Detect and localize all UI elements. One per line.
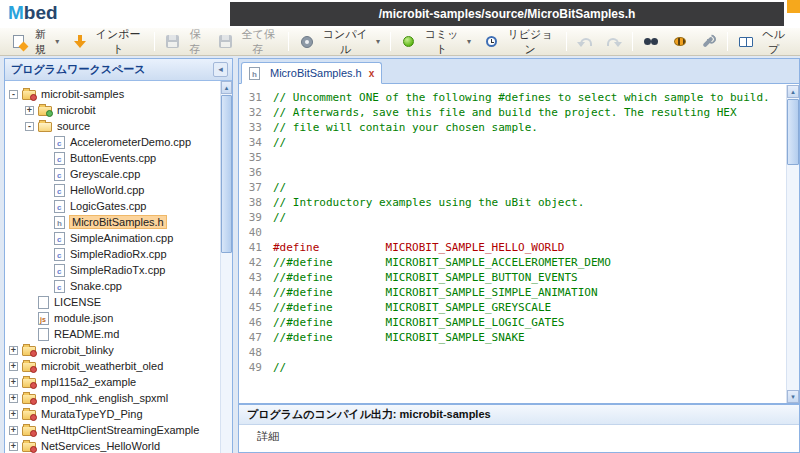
compile-gear-icon	[299, 34, 315, 50]
sidebar-scrollbar[interactable]: ▴	[220, 81, 232, 453]
save-button[interactable]: 保存	[159, 24, 211, 60]
code-line: 37//	[239, 180, 799, 195]
scrollbar-thumb[interactable]	[787, 99, 799, 165]
import-button[interactable]: インポート	[66, 24, 150, 60]
tree-item[interactable]: README.md	[5, 326, 220, 342]
line-number: 47	[239, 330, 269, 345]
expand-icon[interactable]: +	[9, 378, 18, 387]
tree-item-label: microbit_blinky	[41, 344, 114, 356]
mbed-logo[interactable]: Mbed	[8, 2, 58, 24]
tree-item[interactable]: AccelerometerDemo.cpp	[5, 134, 220, 150]
scroll-up-arrow[interactable]: ▴	[221, 81, 232, 94]
toolbar: 新規 ▾ インポート 保存 全て保存 コンパイル ▾ コミット ▾	[0, 28, 800, 56]
tree-item[interactable]: module.json	[5, 310, 220, 326]
cpp-icon	[54, 264, 65, 277]
collapse-icon[interactable]: -	[25, 122, 34, 131]
code-text	[269, 165, 273, 180]
find-button[interactable]	[637, 31, 665, 53]
output-details-tab[interactable]: 詳細	[257, 429, 279, 444]
code-line: 39//	[239, 210, 799, 225]
help-book-icon	[738, 34, 754, 50]
code-text: // file will contain your chosen sample.	[269, 120, 538, 135]
expand-icon[interactable]: +	[9, 346, 18, 355]
file-icon	[38, 296, 49, 309]
revision-button[interactable]: リビジョン	[478, 24, 562, 60]
tree-item-label: ButtonEvents.cpp	[70, 152, 156, 164]
import-icon	[72, 34, 88, 50]
tree-item[interactable]: SimpleRadioTx.cpp	[5, 262, 220, 278]
tree-item[interactable]: +NetHttpClientStreamingExample	[5, 422, 220, 438]
editor-scrollbar[interactable]: ▴ ▾	[786, 85, 799, 403]
line-number: 48	[239, 345, 269, 360]
folder-open-icon	[38, 122, 52, 132]
expand-icon[interactable]: +	[9, 410, 18, 419]
new-button[interactable]: 新規 ▾	[5, 24, 65, 60]
chevron-down-icon: ▾	[55, 37, 59, 46]
expand-icon[interactable]: +	[9, 426, 18, 435]
tree-item[interactable]: +microbit_blinky	[5, 342, 220, 358]
file-icon	[38, 328, 49, 341]
code-line: 34//	[239, 135, 799, 150]
tree-item[interactable]: +mpod_nhk_english_spxml	[5, 390, 220, 406]
code-editor[interactable]: 31// Uncomment ONE of the following #def…	[238, 84, 800, 404]
expand-icon[interactable]: +	[25, 106, 34, 115]
tree-item[interactable]: MicroBitSamples.h	[5, 214, 220, 230]
tree-item[interactable]: +mpl115a2_example	[5, 374, 220, 390]
tree-item[interactable]: +microbit	[5, 102, 220, 118]
compile-output-header: プログラムのコンパイル出力: microbit-samples	[239, 405, 799, 425]
tree-item[interactable]: -source	[5, 118, 220, 134]
file-tree: -microbit-samples+microbit-sourceAcceler…	[5, 81, 220, 453]
tree-item[interactable]: -microbit-samples	[5, 86, 220, 102]
tree-item[interactable]: Greyscale.cpp	[5, 166, 220, 182]
collapse-sidebar-button[interactable]: ◂	[213, 62, 228, 77]
program-icon	[22, 442, 36, 452]
tree-item[interactable]: LICENSE	[5, 294, 220, 310]
tree-item-label: source	[57, 120, 90, 132]
program-icon	[22, 362, 36, 372]
line-number: 49	[239, 360, 269, 375]
save-all-icon	[218, 34, 234, 50]
compile-button[interactable]: コンパイル ▾	[293, 24, 386, 60]
scrollbar-thumb[interactable]	[221, 95, 232, 253]
redo-button[interactable]	[600, 31, 628, 53]
expand-icon[interactable]: +	[9, 362, 18, 371]
toolbar-separator	[288, 32, 289, 51]
expand-icon[interactable]: +	[9, 442, 18, 451]
tree-item[interactable]: LogicGates.cpp	[5, 198, 220, 214]
code-line: 46//#define MICROBIT_SAMPLE_LOGIC_GATES	[239, 315, 799, 330]
expand-icon[interactable]: +	[9, 394, 18, 403]
line-number: 44	[239, 285, 269, 300]
commit-button[interactable]: コミット ▾	[395, 24, 477, 60]
tree-item[interactable]: ButtonEvents.cpp	[5, 150, 220, 166]
tree-item[interactable]: +microbit_weatherbit_oled	[5, 358, 220, 374]
format-button[interactable]	[666, 31, 694, 53]
code-line: 44//#define MICROBIT_SAMPLE_SIMPLE_ANIMA…	[239, 285, 799, 300]
commit-button-label: コミット	[421, 27, 462, 57]
save-all-button[interactable]: 全て保存	[212, 24, 285, 60]
tree-item[interactable]: +NetServices_HelloWorld	[5, 438, 220, 453]
tree-item-label: SimpleAnimation.cpp	[70, 232, 173, 244]
tree-item[interactable]: SimpleRadioRx.cpp	[5, 246, 220, 262]
help-button[interactable]: ヘルプ	[732, 24, 795, 60]
code-line: 36	[239, 165, 799, 180]
scroll-up-arrow[interactable]: ▴	[787, 85, 799, 98]
code-line: 33// file will contain your chosen sampl…	[239, 120, 799, 135]
sidebar-header: プログラムワークスペース ◂	[5, 59, 232, 81]
tree-item[interactable]: HelloWorld.cpp	[5, 182, 220, 198]
tree-item[interactable]: Snake.cpp	[5, 278, 220, 294]
close-tab-icon[interactable]: x	[369, 68, 375, 79]
tree-item[interactable]: SimpleAnimation.cpp	[5, 230, 220, 246]
collapse-icon[interactable]: -	[9, 90, 18, 99]
undo-button[interactable]	[571, 31, 599, 53]
tree-item-label: SimpleRadioRx.cpp	[70, 248, 167, 260]
code-line: 38// Introductory examples using the uBi…	[239, 195, 799, 210]
scroll-down-arrow[interactable]: ▾	[787, 390, 799, 403]
program-icon	[22, 378, 36, 388]
tree-item[interactable]: +MurataTypeYD_Ping	[5, 406, 220, 422]
line-number: 31	[239, 90, 269, 105]
cpp-icon	[54, 232, 65, 245]
program-icon	[22, 394, 36, 404]
settings-button[interactable]	[695, 31, 723, 53]
code-text: //	[269, 180, 286, 195]
tab-microbitsamples-h[interactable]: MicroBitSamples.h x	[241, 62, 382, 84]
